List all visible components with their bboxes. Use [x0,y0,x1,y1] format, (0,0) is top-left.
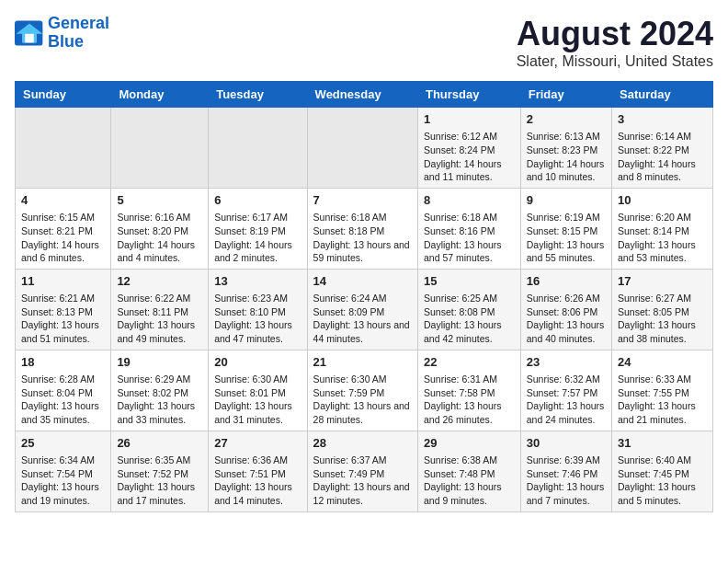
day-info: Sunrise: 6:19 AM Sunset: 8:15 PM Dayligh… [527,211,606,265]
day-info: Sunrise: 6:14 AM Sunset: 8:22 PM Dayligh… [618,130,707,184]
day-info: Sunrise: 6:18 AM Sunset: 8:16 PM Dayligh… [424,211,515,265]
day-number: 28 [313,435,412,452]
day-number: 4 [21,192,105,209]
calendar-week-row: 25Sunrise: 6:34 AM Sunset: 7:54 PM Dayli… [16,431,713,511]
day-number: 15 [424,273,515,290]
day-number: 12 [117,273,202,290]
svg-rect-2 [25,34,34,43]
calendar-cell: 14Sunrise: 6:24 AM Sunset: 8:09 PM Dayli… [307,269,417,350]
day-info: Sunrise: 6:31 AM Sunset: 7:58 PM Dayligh… [424,373,515,427]
day-info: Sunrise: 6:30 AM Sunset: 8:01 PM Dayligh… [214,373,301,427]
day-info: Sunrise: 6:13 AM Sunset: 8:23 PM Dayligh… [527,130,606,184]
day-number: 20 [214,354,301,371]
calendar-cell: 20Sunrise: 6:30 AM Sunset: 8:01 PM Dayli… [209,350,307,431]
day-number: 29 [424,435,515,452]
day-number: 21 [313,354,412,371]
calendar-cell [209,108,307,189]
day-info: Sunrise: 6:15 AM Sunset: 8:21 PM Dayligh… [21,211,105,265]
day-info: Sunrise: 6:24 AM Sunset: 8:09 PM Dayligh… [313,292,412,346]
day-info: Sunrise: 6:25 AM Sunset: 8:08 PM Dayligh… [424,292,515,346]
calendar-cell: 10Sunrise: 6:20 AM Sunset: 8:14 PM Dayli… [612,188,713,269]
calendar-week-row: 18Sunrise: 6:28 AM Sunset: 8:04 PM Dayli… [16,350,713,431]
day-number: 2 [527,111,606,128]
header-day-wednesday: Wednesday [307,82,417,108]
calendar-cell: 24Sunrise: 6:33 AM Sunset: 7:55 PM Dayli… [612,350,713,431]
day-number: 3 [618,111,707,128]
logo-line1: General [48,14,109,32]
title-block: August 2024 Slater, Missouri, United Sta… [517,15,713,70]
calendar-cell: 30Sunrise: 6:39 AM Sunset: 7:46 PM Dayli… [520,431,611,511]
logo-text: General Blue [48,15,109,52]
calendar-cell: 31Sunrise: 6:40 AM Sunset: 7:45 PM Dayli… [612,431,713,511]
day-number: 10 [618,192,707,209]
day-number: 18 [21,354,105,371]
day-number: 11 [21,273,105,290]
calendar-cell: 13Sunrise: 6:23 AM Sunset: 8:10 PM Dayli… [209,269,307,350]
header-day-friday: Friday [520,82,611,108]
logo: General Blue [15,15,109,52]
day-info: Sunrise: 6:35 AM Sunset: 7:52 PM Dayligh… [117,454,202,508]
day-number: 19 [117,354,202,371]
day-info: Sunrise: 6:21 AM Sunset: 8:13 PM Dayligh… [21,292,105,346]
calendar-cell: 26Sunrise: 6:35 AM Sunset: 7:52 PM Dayli… [111,431,209,511]
calendar-cell: 27Sunrise: 6:36 AM Sunset: 7:51 PM Dayli… [209,431,307,511]
day-number: 31 [618,435,707,452]
calendar-cell: 29Sunrise: 6:38 AM Sunset: 7:48 PM Dayli… [417,431,520,511]
header-day-monday: Monday [111,82,209,108]
header-row: SundayMondayTuesdayWednesdayThursdayFrid… [16,82,713,108]
day-number: 25 [21,435,105,452]
logo-icon [15,20,44,46]
logo-line2: Blue [48,32,84,51]
day-number: 5 [117,192,202,209]
day-number: 9 [527,192,606,209]
day-info: Sunrise: 6:26 AM Sunset: 8:06 PM Dayligh… [527,292,606,346]
day-info: Sunrise: 6:36 AM Sunset: 7:51 PM Dayligh… [214,454,301,508]
calendar-cell: 11Sunrise: 6:21 AM Sunset: 8:13 PM Dayli… [16,269,111,350]
day-number: 27 [214,435,301,452]
calendar-week-row: 4Sunrise: 6:15 AM Sunset: 8:21 PM Daylig… [16,188,713,269]
header-day-saturday: Saturday [612,82,713,108]
day-number: 7 [313,192,412,209]
calendar-header: SundayMondayTuesdayWednesdayThursdayFrid… [16,82,713,108]
day-info: Sunrise: 6:22 AM Sunset: 8:11 PM Dayligh… [117,292,202,346]
day-number: 14 [313,273,412,290]
calendar-cell: 3Sunrise: 6:14 AM Sunset: 8:22 PM Daylig… [612,108,713,189]
calendar-week-row: 11Sunrise: 6:21 AM Sunset: 8:13 PM Dayli… [16,269,713,350]
calendar-body: 1Sunrise: 6:12 AM Sunset: 8:24 PM Daylig… [16,108,713,512]
day-number: 26 [117,435,202,452]
day-info: Sunrise: 6:40 AM Sunset: 7:45 PM Dayligh… [618,454,707,508]
calendar-cell: 18Sunrise: 6:28 AM Sunset: 8:04 PM Dayli… [16,350,111,431]
day-info: Sunrise: 6:29 AM Sunset: 8:02 PM Dayligh… [117,373,202,427]
day-info: Sunrise: 6:20 AM Sunset: 8:14 PM Dayligh… [618,211,707,265]
page-header: General Blue August 2024 Slater, Missour… [15,15,713,70]
calendar-cell: 22Sunrise: 6:31 AM Sunset: 7:58 PM Dayli… [417,350,520,431]
day-info: Sunrise: 6:39 AM Sunset: 7:46 PM Dayligh… [527,454,606,508]
calendar-cell: 15Sunrise: 6:25 AM Sunset: 8:08 PM Dayli… [417,269,520,350]
sub-title: Slater, Missouri, United States [517,53,713,70]
header-day-tuesday: Tuesday [209,82,307,108]
calendar-cell: 28Sunrise: 6:37 AM Sunset: 7:49 PM Dayli… [307,431,417,511]
day-info: Sunrise: 6:38 AM Sunset: 7:48 PM Dayligh… [424,454,515,508]
day-info: Sunrise: 6:18 AM Sunset: 8:18 PM Dayligh… [313,211,412,265]
calendar-cell: 5Sunrise: 6:16 AM Sunset: 8:20 PM Daylig… [111,188,209,269]
calendar-cell: 8Sunrise: 6:18 AM Sunset: 8:16 PM Daylig… [417,188,520,269]
calendar-cell: 19Sunrise: 6:29 AM Sunset: 8:02 PM Dayli… [111,350,209,431]
main-title: August 2024 [517,15,713,53]
calendar-cell: 7Sunrise: 6:18 AM Sunset: 8:18 PM Daylig… [307,188,417,269]
day-info: Sunrise: 6:23 AM Sunset: 8:10 PM Dayligh… [214,292,301,346]
day-info: Sunrise: 6:27 AM Sunset: 8:05 PM Dayligh… [618,292,707,346]
day-number: 22 [424,354,515,371]
calendar-cell: 4Sunrise: 6:15 AM Sunset: 8:21 PM Daylig… [16,188,111,269]
header-day-thursday: Thursday [417,82,520,108]
calendar-cell: 21Sunrise: 6:30 AM Sunset: 7:59 PM Dayli… [307,350,417,431]
day-info: Sunrise: 6:32 AM Sunset: 7:57 PM Dayligh… [527,373,606,427]
day-number: 23 [527,354,606,371]
calendar-cell: 17Sunrise: 6:27 AM Sunset: 8:05 PM Dayli… [612,269,713,350]
calendar-cell [16,108,111,189]
calendar-cell: 12Sunrise: 6:22 AM Sunset: 8:11 PM Dayli… [111,269,209,350]
calendar-cell: 16Sunrise: 6:26 AM Sunset: 8:06 PM Dayli… [520,269,611,350]
header-day-sunday: Sunday [16,82,111,108]
day-info: Sunrise: 6:28 AM Sunset: 8:04 PM Dayligh… [21,373,105,427]
day-number: 17 [618,273,707,290]
calendar-cell: 25Sunrise: 6:34 AM Sunset: 7:54 PM Dayli… [16,431,111,511]
